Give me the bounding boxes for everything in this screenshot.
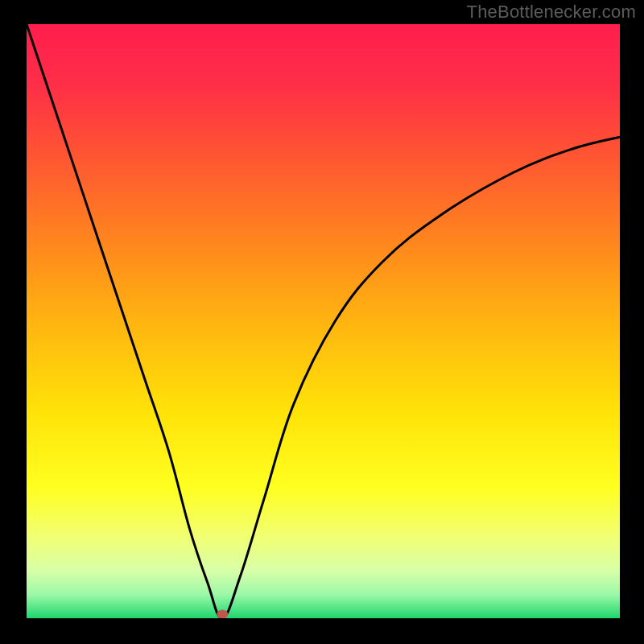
- chart-stage: TheBottlenecker.com: [0, 0, 644, 644]
- heatmap-background: [27, 24, 620, 618]
- watermark-text: TheBottlenecker.com: [467, 2, 636, 23]
- chart-plot-area: [27, 24, 620, 618]
- chart-svg: [27, 24, 620, 618]
- optimal-point-marker: [217, 610, 228, 619]
